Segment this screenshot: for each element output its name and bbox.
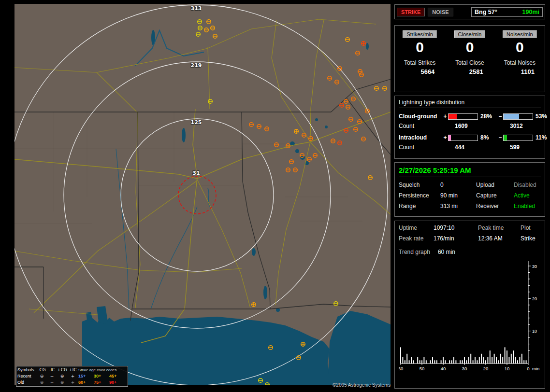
legend-symbols-title: Symbols [17,367,37,373]
receiver-label: Receiver [476,203,514,210]
old-neg-cg-icon: ⊖ [37,379,47,386]
cg-count-row: Count 1609 3012 [399,123,541,129]
age-60: 60+ [78,379,94,386]
ic-negative-pct: 11% [533,134,550,141]
minus-sign: − [497,113,503,120]
trend-graph-label: Trend graph [399,249,430,255]
strike-mode-button[interactable]: STRIKE [397,8,425,16]
map-legend: Symbols -CG -IC +CG +IC Strike age color… [16,366,128,387]
legend-row-old: Old [17,379,37,386]
intracloud-label: Intracloud [399,134,442,141]
separator [399,177,541,177]
strike-map[interactable]: 31321912531 Symbols -CG -IC +CG +IC Stri… [14,4,391,385]
close-per-min-button[interactable]: Close/min [454,30,486,38]
peak-rate-value: 176/min [434,235,478,242]
cg-negative-bar [503,113,533,120]
persistence-label: Persistence [399,192,440,199]
svg-text:219: 219 [191,62,202,69]
cloud-ground-label: Cloud-ground [399,113,442,120]
cg-negative-count: 3012 [497,123,550,129]
old-pos-ic-icon: + [67,379,78,386]
total-noises-label: Total Noises [504,59,536,66]
noise-mode-button[interactable]: NOISE [428,8,453,16]
rates-box: Strikes/min 0 Total Strikes 5664 Close/m… [394,25,545,92]
age-75: 75+ [94,379,109,386]
ic-positive-count: 444 [442,144,497,151]
recent-neg-cg-icon: ⊖ [37,373,47,379]
old-neg-ic-icon: − [47,379,57,386]
trend-graph-window: 60 min [438,249,455,255]
plot-label: Plot [521,224,541,231]
svg-text:0: 0 [527,366,529,371]
plot-value: Strike [521,235,541,242]
legend-col-pos-ic: +IC [67,367,78,373]
noises-rate-column: Noises/min 0 Total Noises 1101 [495,26,545,92]
svg-text:30: 30 [462,366,467,371]
copyright-text: ©2005 Astrogenic Systems [333,382,391,388]
map-canvas[interactable]: 31321912531 [14,4,391,385]
receiver-state: Enabled [514,203,541,210]
strikes-per-min-button[interactable]: Strikes/min [403,30,436,38]
recent-pos-ic-icon: + [67,373,78,379]
persistence-value: 90 min [440,192,476,199]
legend-col-pos-cg: +CG [57,367,67,373]
noises-per-min-value: 0 [516,40,524,55]
ic-count-row: Count 444 599 [399,144,541,151]
age-15: 15+ [78,373,94,379]
total-strikes-label: Total Strikes [404,59,435,66]
distribution-box: Lightning type distribution Cloud-ground… [394,96,545,159]
total-noises-value: 1101 [504,68,536,75]
legend-row-recent: Recent [17,373,37,379]
peak-time-value: 12:36 AM [478,235,521,242]
age-45: 45+ [109,373,124,379]
noises-per-min-button[interactable]: Noises/min [503,30,536,38]
close-rate-column: Close/min 0 Total Close 2581 [445,26,494,92]
bearing-range: 190mi [522,9,539,15]
cloud-ground-row: Cloud-ground + 28% − 53% [399,113,541,120]
cg-positive-bar [448,113,478,120]
ic-negative-count: 599 [497,144,550,151]
legend-age-title: Strike age color codes [78,367,124,373]
datetime-display: 2/27/2026 5:25:19 AM [399,166,541,174]
legend-col-neg-cg: -CG [37,367,47,373]
svg-text:313: 313 [191,5,202,12]
total-close-value: 2581 [455,68,484,75]
distribution-title: Lightning type distribution [399,99,541,108]
svg-text:30: 30 [532,264,537,269]
mode-box: STRIKE NOISE Bng 57° 190mi [394,4,545,19]
cg-negative-pct: 53% [533,113,550,120]
svg-text:40: 40 [441,366,446,371]
trend-graph-header: Trend graph 60 min [399,249,541,255]
status-grid: Uptime 1097:10 Peak time Plot Peak rate … [399,224,541,242]
range-label: Range [399,203,440,210]
recent-neg-ic-icon: − [47,373,57,379]
minus-sign: − [497,134,503,141]
age-90: 90+ [109,379,124,386]
cg-count-label: Count [399,123,442,129]
total-close-label: Total Close [455,59,484,66]
uptime-value: 1097:10 [434,224,478,231]
svg-text:min: min [532,366,539,371]
svg-text:10: 10 [505,366,510,371]
upload-state: Disabled [514,182,541,188]
strikes-per-min-value: 0 [416,40,424,55]
svg-text:20: 20 [483,366,489,371]
info-box: 2/27/2026 5:25:19 AM Squelch 0 Upload Di… [394,162,545,217]
ic-negative-bar [503,135,533,141]
cg-positive-count: 1609 [442,123,497,129]
cg-positive-pct: 28% [478,113,497,120]
range-value: 313 mi [440,203,476,210]
intracloud-row: Intracloud + 8% − 11% [399,134,541,141]
total-strikes-value: 5664 [404,68,435,75]
settings-grid: Squelch 0 Upload Disabled Persistence 90… [399,182,541,210]
squelch-label: Squelch [399,182,440,188]
bearing-value: Bng 57° [475,9,497,15]
recent-pos-cg-icon: ⊕ [57,373,67,379]
app-window: 31321912531 Symbols -CG -IC +CG +IC Stri… [0,0,550,392]
ic-count-label: Count [399,144,442,151]
svg-text:60: 60 [399,366,403,371]
capture-state: Active [514,192,541,199]
svg-text:125: 125 [191,119,202,126]
status-box: Uptime 1097:10 Peak time Plot Peak rate … [394,221,545,389]
plus-sign: + [442,134,448,141]
